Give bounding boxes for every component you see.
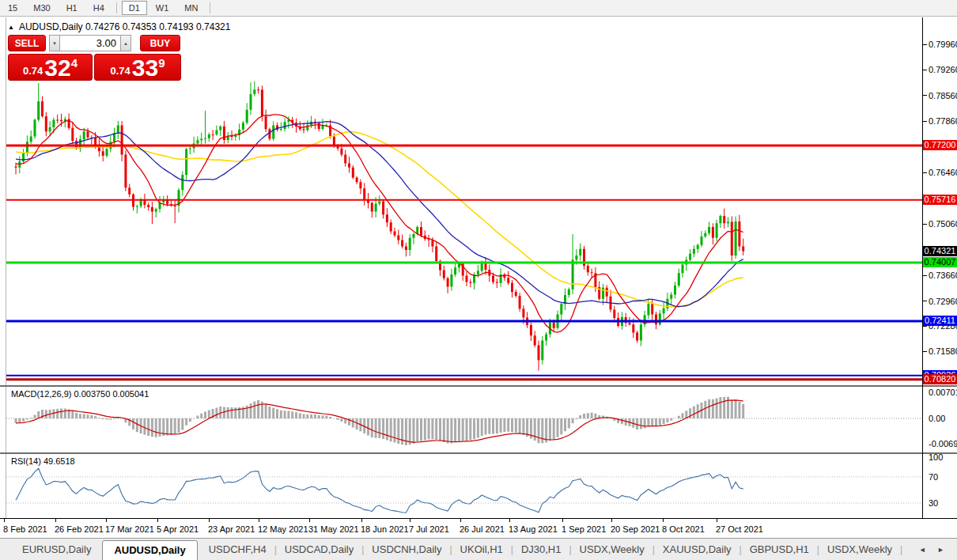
price-tick-label: 0.73660 xyxy=(929,271,957,280)
price-tick xyxy=(923,351,927,352)
chart-tab-usdx-weekly[interactable]: USDX,Weekly xyxy=(572,540,652,558)
sell-button[interactable]: SELL xyxy=(8,35,46,51)
rsi-indicator-chart[interactable] xyxy=(6,453,922,518)
price-tick xyxy=(923,172,927,173)
timeframe-toolbar: 15M30H1H4D1W1MN xyxy=(0,0,957,17)
macd-header: MACD(12,26,9) 0.003750 0.005041 xyxy=(11,389,149,399)
time-tick-label: 23 Apr 2021 xyxy=(208,524,255,534)
symbol-title: ▲ AUDUSD,Daily 0.74276 0.74353 0.74193 0… xyxy=(8,21,230,32)
chart-tab-usdx-weekly[interactable]: USDX,Weekly xyxy=(819,540,900,558)
time-tick-label: 17 Mar 2021 xyxy=(105,524,154,534)
time-tick xyxy=(460,519,461,522)
time-tick-label: 13 Aug 2021 xyxy=(509,524,558,534)
time-tick-label: 12 May 2021 xyxy=(258,524,308,534)
time-tick xyxy=(717,519,717,522)
chart-tab-dj30-h1[interactable]: DJ30,H1 xyxy=(513,540,569,558)
price-badge-0.72411: 0.72411 xyxy=(923,316,957,326)
price-tick-label: 0.79960 xyxy=(929,40,957,49)
price-tick-label: 0.71580 xyxy=(929,346,957,356)
sell-price-prefix: 0.74 xyxy=(23,65,43,77)
ma-fast-red xyxy=(16,115,743,332)
price-badge-0.75716: 0.75716 xyxy=(923,195,957,205)
price-tick xyxy=(923,121,927,122)
time-tick xyxy=(259,519,259,522)
rsi-axis-label: 70 xyxy=(929,472,938,482)
price-tick-label: 0.76460 xyxy=(929,168,957,177)
price-badge-0.70820: 0.70820 xyxy=(923,374,957,384)
volume-decrease-icon[interactable]: ▼ xyxy=(49,35,60,51)
down-candle-bodies xyxy=(15,89,745,360)
time-tick-label: 8 Oct 2021 xyxy=(662,524,705,534)
time-tick-label: 26 Feb 2021 xyxy=(55,524,104,534)
chart-tab-xauusd-daily[interactable]: XAUUSD,Daily xyxy=(655,540,740,558)
price-tick xyxy=(923,301,927,301)
chart-window: 0.799600.792600.785600.778600.764600.750… xyxy=(0,17,957,537)
time-tick-label: 20 Sep 2021 xyxy=(611,524,660,534)
chart-tab-usdchf-h4[interactable]: USDCHF,H4 xyxy=(201,540,274,558)
collapse-arrow-icon[interactable]: ▲ xyxy=(8,24,14,31)
time-tick xyxy=(309,519,310,522)
chart-tab-usdcad-daily[interactable]: USDCAD,Daily xyxy=(277,540,361,558)
timeframe-button-d1[interactable]: D1 xyxy=(122,1,147,15)
time-tick-label: 18 Jun 2021 xyxy=(361,524,409,534)
timeframe-button-m30[interactable]: M30 xyxy=(26,1,57,15)
chart-tab-usdcnh-daily[interactable]: USDCNH,Daily xyxy=(364,540,449,558)
rsi-axis-label: 30 xyxy=(929,498,938,508)
time-tick xyxy=(611,519,612,522)
time-tick-label: 5 Apr 2021 xyxy=(157,524,199,534)
toolbar-separator xyxy=(116,2,117,13)
tab-scroll-arrows[interactable]: ◄ ► xyxy=(919,546,949,554)
volume-increase-icon[interactable]: ▲ xyxy=(120,35,131,51)
tab-separator: | xyxy=(900,544,902,555)
timeframe-button-w1[interactable]: W1 xyxy=(149,1,176,15)
timeframe-button-mn[interactable]: MN xyxy=(177,1,205,15)
price-tick xyxy=(923,326,927,327)
macd-panel-divider[interactable] xyxy=(0,385,957,387)
sell-price-button[interactable]: 0.74 32 4 xyxy=(8,54,93,81)
chart-tab-ukoil-h1[interactable]: UKOil,H1 xyxy=(452,540,511,558)
symbol-ohlc-text: AUDUSD,Daily 0.74276 0.74353 0.74193 0.7… xyxy=(19,21,231,32)
time-tick-label: 7 Jul 2021 xyxy=(409,524,449,534)
time-tick xyxy=(410,519,410,522)
buy-button[interactable]: BUY xyxy=(140,35,180,51)
time-tick xyxy=(509,519,510,522)
time-axis: 8 Feb 202126 Feb 202117 Mar 20215 Apr 20… xyxy=(0,519,957,537)
rsi-panel-divider[interactable] xyxy=(0,452,957,454)
time-tick xyxy=(55,519,56,522)
time-tick-label: 1 Sep 2021 xyxy=(562,524,606,534)
timeframe-button-h1[interactable]: H1 xyxy=(59,1,85,15)
price-tick-label: 0.78560 xyxy=(929,91,957,100)
time-tick xyxy=(4,519,5,522)
buy-price-prefix: 0.74 xyxy=(110,65,130,77)
time-tick xyxy=(663,519,664,522)
macd-axis-label: 0.00 xyxy=(929,414,945,423)
price-tick-label: 0.77860 xyxy=(929,116,957,126)
price-tick-label: 0.72960 xyxy=(929,297,957,306)
toolbar-separator xyxy=(210,2,210,13)
one-click-trade-widget: SELL ▼ 3.00 ▲ BUY 0.74 32 4 0.74 33 9 xyxy=(8,35,181,81)
chart-tab-audusd-daily[interactable]: AUDUSD,Daily xyxy=(102,540,197,560)
price-tick-label: 0.79260 xyxy=(929,65,957,74)
time-tick xyxy=(106,519,107,522)
time-tick xyxy=(361,519,362,522)
ma-mid-blue xyxy=(16,122,743,307)
time-tick xyxy=(209,519,210,522)
time-tick xyxy=(157,519,158,522)
time-tick xyxy=(562,519,563,522)
price-badge-0.74321: 0.74321 xyxy=(923,246,957,256)
rsi-header: RSI(14) 49.6518 xyxy=(11,456,75,466)
timeframe-button-15[interactable]: 15 xyxy=(1,1,25,15)
macd-axis-label: -0.006923 xyxy=(929,439,957,448)
time-tick-label: 27 Oct 2021 xyxy=(716,524,763,534)
buy-price-button[interactable]: 0.74 33 9 xyxy=(94,54,181,81)
price-tick xyxy=(923,224,927,225)
time-tick-label: 8 Feb 2021 xyxy=(3,524,47,534)
chart-tab-gbpusd-h1[interactable]: GBPUSD,H1 xyxy=(742,540,817,558)
price-tick xyxy=(923,95,927,96)
chart-tab-eurusd-daily[interactable]: EURUSD,Daily xyxy=(14,540,99,558)
volume-input[interactable]: 3.00 xyxy=(60,35,120,51)
sell-price-sup: 4 xyxy=(71,56,78,70)
price-badge-0.77200: 0.77200 xyxy=(923,140,957,150)
rsi-axis-label: 100 xyxy=(929,452,943,462)
timeframe-button-h4[interactable]: H4 xyxy=(86,1,112,15)
